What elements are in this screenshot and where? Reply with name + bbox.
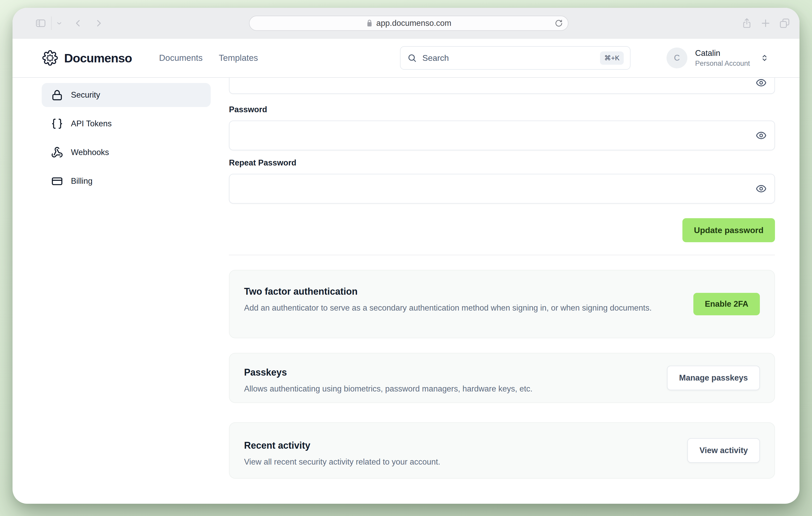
new-tab-icon[interactable] [760, 18, 771, 29]
address-bar[interactable]: app.documenso.com [249, 16, 569, 31]
chevrons-up-down-icon [760, 53, 769, 63]
eye-icon[interactable] [756, 78, 766, 88]
repeat-password-field [229, 174, 775, 203]
credit-card-icon [51, 175, 63, 187]
toolbar-divider [51, 17, 52, 30]
chevron-down-icon[interactable] [56, 20, 63, 27]
current-password-input[interactable] [229, 78, 775, 93]
two-factor-card: Two factor authentication Add an authent… [229, 270, 775, 338]
sidebar-item-label: Billing [71, 176, 93, 186]
browser-window: app.documenso.com [12, 8, 800, 504]
sidebar-item-label: Security [71, 90, 100, 100]
eye-icon[interactable] [756, 183, 766, 194]
main-nav: Documents Templates [159, 53, 258, 63]
password-field [229, 120, 775, 150]
two-factor-title: Two factor authentication [244, 286, 660, 297]
documenso-logo-icon [42, 50, 58, 66]
forward-icon[interactable] [94, 19, 103, 28]
brand-name: Documenso [64, 51, 132, 65]
nav-templates[interactable]: Templates [219, 53, 258, 63]
sidebar-item-label: Webhooks [71, 148, 109, 157]
tab-overview-icon[interactable] [779, 17, 791, 29]
recent-activity-description: View all recent security activity relate… [244, 456, 660, 468]
two-factor-description: Add an authenticator to serve as a secon… [244, 302, 660, 314]
desktop-background: app.documenso.com [0, 0, 812, 516]
sidebar-item-api-tokens[interactable]: API Tokens [42, 112, 211, 136]
brand-logo[interactable]: Documenso [42, 50, 132, 66]
search-bar[interactable]: ⌘+K [400, 46, 631, 70]
current-password-field-clipped [229, 78, 775, 94]
account-name: Catalin [695, 49, 750, 58]
repeat-password-label: Repeat Password [229, 158, 775, 168]
security-settings-content: Password Repeat Password Update password [229, 78, 775, 479]
account-menu[interactable]: C Catalin Personal Account [667, 48, 769, 69]
webhook-icon [51, 146, 63, 158]
sidebar-item-security[interactable]: Security [42, 83, 211, 107]
passkeys-description: Allows authenticating using biometrics, … [244, 383, 660, 395]
nav-documents[interactable]: Documents [159, 53, 203, 63]
url-text: app.documenso.com [376, 19, 452, 28]
eye-icon[interactable] [756, 130, 766, 141]
section-divider [229, 255, 775, 255]
enable-2fa-button[interactable]: Enable 2FA [693, 293, 760, 315]
account-type: Personal Account [695, 59, 750, 67]
tls-lock-icon [366, 19, 373, 27]
browser-toolbar: app.documenso.com [12, 8, 800, 38]
recent-activity-title: Recent activity [244, 440, 660, 451]
view-activity-button[interactable]: View activity [687, 438, 760, 463]
sidebar-item-billing[interactable]: Billing [42, 169, 211, 193]
recent-activity-card: Recent activity View all recent security… [229, 422, 775, 479]
sidebar-toggle-icon[interactable] [35, 18, 47, 29]
password-label: Password [229, 105, 775, 114]
search-icon [407, 53, 417, 63]
reload-icon[interactable] [554, 19, 563, 28]
password-input[interactable] [229, 121, 775, 150]
search-input[interactable] [423, 53, 594, 63]
search-shortcut-badge: ⌘+K [600, 51, 624, 65]
repeat-password-input[interactable] [229, 174, 775, 203]
passkeys-card: Passkeys Allows authenticating using bio… [229, 353, 775, 403]
sidebar-item-label: API Tokens [71, 119, 112, 129]
back-icon[interactable] [74, 19, 83, 28]
app-header: Documenso Documents Templates ⌘+K C Cata… [12, 38, 800, 78]
manage-passkeys-button[interactable]: Manage passkeys [667, 366, 760, 390]
share-icon[interactable] [741, 18, 753, 29]
update-password-button[interactable]: Update password [683, 218, 775, 242]
sidebar-item-webhooks[interactable]: Webhooks [42, 140, 211, 164]
passkeys-title: Passkeys [244, 367, 660, 378]
avatar: C [667, 48, 687, 69]
lock-icon [51, 89, 63, 101]
braces-icon [51, 118, 63, 130]
settings-sidebar: Security API Tokens Webhooks [42, 78, 211, 479]
